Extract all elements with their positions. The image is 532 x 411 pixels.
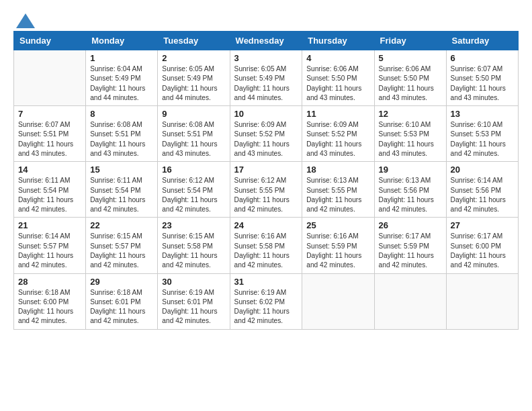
day-number: 2	[162, 53, 225, 63]
cell-info: Sunrise: 6:04 AMSunset: 5:49 PMDaylight:…	[90, 64, 153, 103]
logo-icon	[16, 13, 35, 28]
cell-info: Sunrise: 6:14 AMSunset: 5:57 PMDaylight:…	[18, 232, 81, 270]
day-number: 15	[90, 165, 153, 175]
day-number: 28	[18, 277, 81, 287]
calendar-cell	[446, 273, 518, 329]
cell-info: Sunrise: 6:06 AMSunset: 5:50 PMDaylight:…	[306, 64, 369, 103]
calendar-cell: 9Sunrise: 6:08 AMSunset: 5:51 PMDaylight…	[158, 106, 230, 162]
cell-info: Sunrise: 6:17 AMSunset: 5:59 PMDaylight:…	[379, 232, 442, 270]
day-number: 10	[234, 109, 298, 119]
calendar-cell: 7Sunrise: 6:07 AMSunset: 5:51 PMDaylight…	[14, 106, 86, 162]
day-of-week-header: Friday	[374, 32, 446, 50]
cell-info: Sunrise: 6:12 AMSunset: 5:54 PMDaylight:…	[162, 176, 225, 214]
calendar-week-row: 21Sunrise: 6:14 AMSunset: 5:57 PMDayligh…	[14, 218, 519, 273]
calendar-cell: 21Sunrise: 6:14 AMSunset: 5:57 PMDayligh…	[14, 218, 86, 273]
calendar-cell: 15Sunrise: 6:11 AMSunset: 5:54 PMDayligh…	[86, 162, 158, 218]
day-number: 21	[18, 220, 81, 230]
day-number: 22	[90, 220, 153, 230]
cell-info: Sunrise: 6:07 AMSunset: 5:51 PMDaylight:…	[18, 120, 81, 158]
calendar-cell	[14, 50, 86, 106]
calendar-cell: 5Sunrise: 6:06 AMSunset: 5:50 PMDaylight…	[374, 50, 446, 106]
day-number: 7	[18, 109, 81, 119]
calendar-cell: 14Sunrise: 6:11 AMSunset: 5:54 PMDayligh…	[14, 162, 86, 218]
page-header	[13, 13, 519, 24]
calendar-week-row: 1Sunrise: 6:04 AMSunset: 5:49 PMDaylight…	[14, 50, 519, 106]
cell-info: Sunrise: 6:10 AMSunset: 5:53 PMDaylight:…	[379, 120, 442, 158]
calendar-cell: 27Sunrise: 6:17 AMSunset: 6:00 PMDayligh…	[446, 218, 518, 273]
cell-info: Sunrise: 6:10 AMSunset: 5:53 PMDaylight:…	[451, 120, 514, 158]
calendar-cell: 20Sunrise: 6:14 AMSunset: 5:56 PMDayligh…	[446, 162, 518, 218]
day-number: 5	[379, 53, 442, 63]
calendar-cell: 23Sunrise: 6:15 AMSunset: 5:58 PMDayligh…	[158, 218, 230, 273]
day-number: 30	[162, 277, 225, 287]
calendar-cell: 6Sunrise: 6:07 AMSunset: 5:50 PMDaylight…	[446, 50, 518, 106]
calendar-cell	[374, 273, 446, 329]
logo	[13, 13, 35, 24]
cell-info: Sunrise: 6:11 AMSunset: 5:54 PMDaylight:…	[90, 176, 153, 214]
calendar-cell: 22Sunrise: 6:15 AMSunset: 5:57 PMDayligh…	[86, 218, 158, 273]
calendar-cell: 18Sunrise: 6:13 AMSunset: 5:55 PMDayligh…	[302, 162, 374, 218]
calendar-cell: 24Sunrise: 6:16 AMSunset: 5:58 PMDayligh…	[230, 218, 302, 273]
calendar-table: SundayMondayTuesdayWednesdayThursdayFrid…	[13, 31, 519, 330]
day-number: 25	[306, 220, 369, 230]
cell-info: Sunrise: 6:13 AMSunset: 5:56 PMDaylight:…	[379, 176, 442, 214]
day-number: 1	[90, 53, 153, 63]
day-of-week-header: Wednesday	[230, 32, 302, 50]
cell-info: Sunrise: 6:18 AMSunset: 6:01 PMDaylight:…	[90, 288, 153, 326]
day-number: 14	[18, 165, 81, 175]
calendar-cell: 17Sunrise: 6:12 AMSunset: 5:55 PMDayligh…	[230, 162, 302, 218]
cell-info: Sunrise: 6:17 AMSunset: 6:00 PMDaylight:…	[451, 232, 514, 270]
day-number: 24	[234, 220, 298, 230]
day-number: 13	[451, 109, 514, 119]
day-number: 18	[306, 165, 369, 175]
cell-info: Sunrise: 6:18 AMSunset: 6:00 PMDaylight:…	[18, 288, 81, 326]
calendar-cell: 1Sunrise: 6:04 AMSunset: 5:49 PMDaylight…	[86, 50, 158, 106]
cell-info: Sunrise: 6:08 AMSunset: 5:51 PMDaylight:…	[90, 120, 153, 158]
day-number: 4	[306, 53, 369, 63]
svg-marker-0	[16, 13, 35, 28]
day-of-week-header: Tuesday	[158, 32, 230, 50]
day-number: 23	[162, 220, 225, 230]
calendar-header-row: SundayMondayTuesdayWednesdayThursdayFrid…	[14, 32, 519, 50]
day-number: 29	[90, 277, 153, 287]
calendar-cell: 16Sunrise: 6:12 AMSunset: 5:54 PMDayligh…	[158, 162, 230, 218]
calendar-cell: 2Sunrise: 6:05 AMSunset: 5:49 PMDaylight…	[158, 50, 230, 106]
day-of-week-header: Sunday	[14, 32, 86, 50]
calendar-cell: 25Sunrise: 6:16 AMSunset: 5:59 PMDayligh…	[302, 218, 374, 273]
calendar-cell	[302, 273, 374, 329]
calendar-cell: 11Sunrise: 6:09 AMSunset: 5:52 PMDayligh…	[302, 106, 374, 162]
day-number: 9	[162, 109, 225, 119]
cell-info: Sunrise: 6:19 AMSunset: 6:02 PMDaylight:…	[234, 288, 298, 326]
calendar-cell: 19Sunrise: 6:13 AMSunset: 5:56 PMDayligh…	[374, 162, 446, 218]
day-number: 12	[379, 109, 442, 119]
day-of-week-header: Saturday	[446, 32, 518, 50]
cell-info: Sunrise: 6:12 AMSunset: 5:55 PMDaylight:…	[234, 176, 298, 214]
day-number: 27	[451, 220, 514, 230]
calendar-week-row: 14Sunrise: 6:11 AMSunset: 5:54 PMDayligh…	[14, 162, 519, 218]
day-number: 19	[379, 165, 442, 175]
day-of-week-header: Thursday	[302, 32, 374, 50]
cell-info: Sunrise: 6:05 AMSunset: 5:49 PMDaylight:…	[162, 64, 225, 103]
cell-info: Sunrise: 6:16 AMSunset: 5:58 PMDaylight:…	[234, 232, 298, 270]
calendar-cell: 13Sunrise: 6:10 AMSunset: 5:53 PMDayligh…	[446, 106, 518, 162]
cell-info: Sunrise: 6:15 AMSunset: 5:58 PMDaylight:…	[162, 232, 225, 270]
calendar-cell: 4Sunrise: 6:06 AMSunset: 5:50 PMDaylight…	[302, 50, 374, 106]
cell-info: Sunrise: 6:07 AMSunset: 5:50 PMDaylight:…	[451, 64, 514, 103]
cell-info: Sunrise: 6:11 AMSunset: 5:54 PMDaylight:…	[18, 176, 81, 214]
calendar-cell: 26Sunrise: 6:17 AMSunset: 5:59 PMDayligh…	[374, 218, 446, 273]
day-of-week-header: Monday	[86, 32, 158, 50]
cell-info: Sunrise: 6:08 AMSunset: 5:51 PMDaylight:…	[162, 120, 225, 158]
day-number: 8	[90, 109, 153, 119]
cell-info: Sunrise: 6:13 AMSunset: 5:55 PMDaylight:…	[306, 176, 369, 214]
day-number: 17	[234, 165, 298, 175]
calendar-cell: 3Sunrise: 6:05 AMSunset: 5:49 PMDaylight…	[230, 50, 302, 106]
calendar-cell: 28Sunrise: 6:18 AMSunset: 6:00 PMDayligh…	[14, 273, 86, 329]
cell-info: Sunrise: 6:14 AMSunset: 5:56 PMDaylight:…	[451, 176, 514, 214]
cell-info: Sunrise: 6:16 AMSunset: 5:59 PMDaylight:…	[306, 232, 369, 270]
cell-info: Sunrise: 6:05 AMSunset: 5:49 PMDaylight:…	[234, 64, 298, 103]
day-number: 6	[451, 53, 514, 63]
calendar-week-row: 28Sunrise: 6:18 AMSunset: 6:00 PMDayligh…	[14, 273, 519, 329]
day-number: 26	[379, 220, 442, 230]
day-number: 11	[306, 109, 369, 119]
calendar-cell: 8Sunrise: 6:08 AMSunset: 5:51 PMDaylight…	[86, 106, 158, 162]
